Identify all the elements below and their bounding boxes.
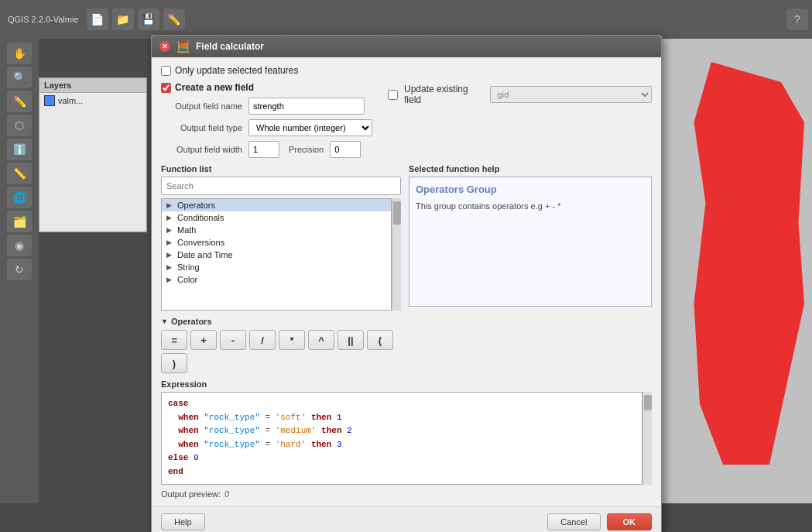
op-multiply-button[interactable]: * — [279, 330, 305, 350]
operator-buttons: = + - / * ^ || ( ) — [161, 330, 401, 373]
expr-medium: 'medium' — [276, 426, 317, 435]
expression-scrollbar[interactable] — [642, 392, 652, 485]
select-icon[interactable]: ⬡ — [7, 115, 32, 136]
expr-then3: then — [311, 440, 331, 449]
precision-input[interactable] — [330, 141, 361, 158]
zoom-icon[interactable]: 🔍 — [7, 67, 32, 88]
tree-arrow-math: ▶ — [166, 226, 174, 234]
only-update-label: Only update selected features — [175, 65, 298, 76]
dialog-title: Field calculator — [196, 41, 264, 52]
expr-else: else — [168, 453, 188, 462]
expr-scrollbar-thumb — [644, 395, 652, 410]
tree-arrow-datetime: ▶ — [166, 251, 174, 259]
left-toolbar: ✋ 🔍 ✏️ ⬡ ℹ️ 📏 🌐 🗂️ ◉ ↻ — [0, 39, 39, 503]
op-minus-button[interactable]: - — [220, 330, 246, 350]
op-equals-button[interactable]: = — [161, 330, 187, 350]
identify-icon[interactable]: ℹ️ — [7, 139, 32, 160]
dialog-close-button[interactable]: ✕ — [159, 41, 170, 52]
op-plus-button[interactable]: + — [190, 330, 217, 350]
main-panels: Function list ▶ Operators ▶ Conditionals — [161, 164, 652, 373]
op-concat-button[interactable]: || — [337, 330, 364, 350]
open-file-icon[interactable]: 📁 — [112, 9, 134, 30]
expr-field2: "rock_type" — [204, 426, 260, 435]
update-section: Update existing field gid — [388, 82, 652, 105]
function-list-title: Function list — [161, 164, 401, 173]
dialog-body: Only update selected features Create a n… — [152, 57, 661, 506]
expr-field3: "rock_type" — [204, 440, 260, 449]
cancel-button[interactable]: Cancel — [547, 513, 600, 530]
operators-label: Operators — [171, 317, 212, 326]
expr-num0: 0 — [194, 453, 199, 462]
tree-item-operators[interactable]: ▶ Operators — [162, 199, 391, 211]
tree-item-conversions[interactable]: ▶ Conversions — [162, 236, 391, 249]
output-field-width-row: Output field width Precision — [161, 141, 372, 158]
update-existing-dropdown[interactable]: gid — [490, 86, 652, 103]
expression-box[interactable]: case when "rock_type" = 'soft' then 1 wh… — [161, 392, 642, 485]
help-icon[interactable]: ? — [786, 9, 808, 30]
create-section: Create a new field Output field name Out… — [161, 82, 372, 158]
output-preview-label: Output preview: — [161, 489, 221, 499]
dialog-footer: Help Cancel OK — [152, 506, 661, 532]
save-icon[interactable]: 💾 — [138, 9, 159, 30]
output-field-type-row: Output field type Whole number (integer)… — [161, 119, 372, 136]
op-close-paren-button[interactable]: ) — [161, 353, 187, 373]
expr-end: end — [168, 467, 183, 476]
create-new-label: Create a new field — [175, 82, 254, 93]
operators-header: ▼ Operators — [161, 317, 401, 326]
tree-label-color: Color — [177, 275, 197, 284]
output-preview-row: Output preview: 0 — [161, 489, 652, 499]
only-update-checkbox[interactable] — [161, 66, 171, 76]
top-menubar: QGIS 2.2.0-Valmie 📄 📁 💾 ✏️ ? — [0, 0, 812, 39]
tree-scrollbar[interactable] — [392, 198, 401, 311]
output-field-name-input[interactable] — [248, 98, 365, 115]
output-preview-value: 0 — [224, 489, 229, 499]
expr-then1: then — [311, 413, 331, 422]
update-existing-checkbox[interactable] — [388, 90, 398, 100]
create-new-checkbox[interactable] — [161, 83, 171, 93]
expression-label: Expression — [161, 379, 652, 389]
ok-button[interactable]: OK — [607, 513, 653, 530]
output-field-type-select[interactable]: Whole number (integer) Decimal number (r… — [248, 119, 372, 136]
layers-title: Layers — [39, 78, 146, 93]
op-divide-button[interactable]: / — [249, 330, 276, 350]
layer-name: valm... — [58, 96, 83, 105]
measure-icon[interactable]: 📏 — [7, 163, 32, 184]
map-shape — [688, 62, 804, 465]
op-power-button[interactable]: ^ — [308, 330, 334, 350]
expression-section: Expression case when "rock_type" = 'soft… — [161, 379, 652, 499]
pan-icon[interactable]: ✋ — [7, 43, 32, 64]
expr-num2: 2 — [347, 426, 352, 435]
precision-label: Precision — [289, 145, 324, 154]
expr-then2: then — [321, 426, 341, 435]
tree-item-conditionals[interactable]: ▶ Conditionals — [162, 211, 391, 224]
tree-item-color[interactable]: ▶ Color — [162, 273, 391, 286]
expr-hard: 'hard' — [276, 440, 307, 449]
rotate-icon[interactable]: ↻ — [7, 259, 32, 280]
tree-item-string[interactable]: ▶ String — [162, 261, 391, 273]
tree-arrow-string: ▶ — [166, 263, 174, 271]
tree-item-math[interactable]: ▶ Math — [162, 224, 391, 236]
expression-container: case when "rock_type" = 'soft' then 1 wh… — [161, 392, 652, 485]
app-title: QGIS 2.2.0-Valmie — [4, 13, 83, 26]
help-group-text: This group contains operators e.g + - * — [416, 200, 645, 213]
op-open-paren-button[interactable]: ( — [367, 330, 393, 350]
expr-case: case — [168, 399, 188, 408]
edit-icon[interactable]: ✏️ — [163, 9, 185, 30]
tree-item-datetime[interactable]: ▶ Date and Time — [162, 249, 391, 261]
output-field-name-label: Output field name — [161, 101, 242, 111]
help-button[interactable]: Help — [161, 513, 205, 530]
tree-arrow-color: ▶ — [166, 276, 174, 283]
search-input[interactable] — [161, 177, 401, 195]
list-item[interactable]: valm... — [39, 93, 146, 108]
tree-label-datetime: Date and Time — [177, 250, 233, 259]
edit-tool-icon[interactable]: ✏️ — [7, 91, 32, 112]
node-icon[interactable]: ◉ — [7, 235, 32, 256]
layer-icon[interactable]: 🗂️ — [7, 211, 32, 232]
output-field-name-row: Output field name — [161, 98, 372, 115]
globe-icon[interactable]: 🌐 — [7, 187, 32, 208]
tree-arrow-conversions: ▶ — [166, 239, 174, 246]
output-field-width-input[interactable] — [248, 141, 279, 158]
top-options-row: Create a new field Output field name Out… — [161, 82, 652, 158]
new-file-icon[interactable]: 📄 — [87, 9, 108, 30]
update-existing-label: Update existing field — [404, 84, 484, 105]
